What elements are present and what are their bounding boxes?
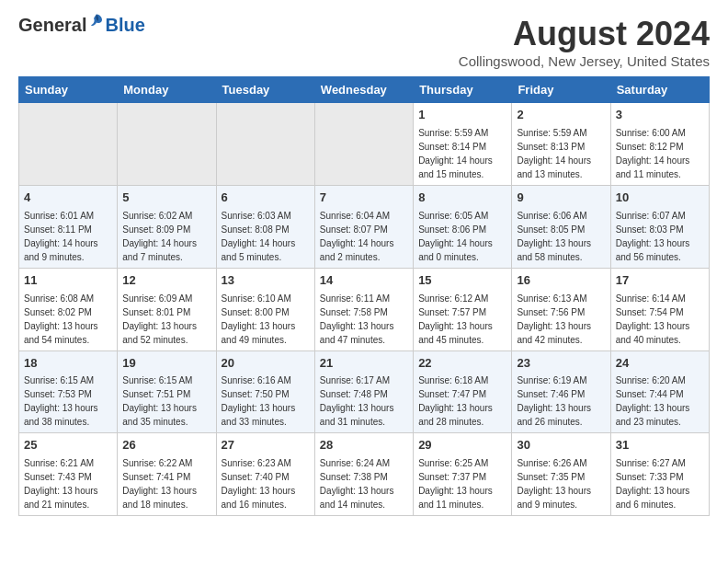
calendar-cell-w1-d2 — [118, 103, 216, 186]
weekday-thursday: Thursday — [414, 77, 512, 103]
day-number-19: 19 — [122, 355, 210, 373]
calendar-cell-w4-d2: 19Sunrise: 6:15 AM Sunset: 7:51 PM Dayli… — [118, 350, 216, 433]
day-number-25: 25 — [24, 437, 112, 454]
logo-blue-text: Blue — [105, 15, 144, 36]
weekday-monday: Monday — [118, 77, 216, 103]
calendar-cell-w3-d7: 17Sunrise: 6:14 AM Sunset: 7:54 PM Dayli… — [610, 268, 709, 350]
location-subtitle: Collingswood, New Jersey, United States — [459, 53, 710, 69]
day-number-9: 9 — [517, 190, 605, 207]
day-number-23: 23 — [517, 355, 605, 373]
day-number-10: 10 — [616, 190, 704, 207]
day-info-5: Sunrise: 6:02 AM Sunset: 8:09 PM Dayligh… — [122, 209, 210, 264]
day-info-22: Sunrise: 6:18 AM Sunset: 7:47 PM Dayligh… — [418, 373, 506, 429]
day-info-11: Sunrise: 6:08 AM Sunset: 8:02 PM Dayligh… — [24, 292, 112, 347]
day-info-6: Sunrise: 6:03 AM Sunset: 8:08 PM Dayligh… — [222, 209, 310, 264]
day-number-30: 30 — [517, 437, 605, 454]
calendar-cell-w1-d3 — [216, 103, 314, 186]
weekday-wednesday: Wednesday — [314, 77, 413, 103]
calendar-cell-w2-d1: 4Sunrise: 6:01 AM Sunset: 8:11 PM Daylig… — [19, 185, 118, 268]
day-number-21: 21 — [320, 355, 408, 373]
day-info-30: Sunrise: 6:26 AM Sunset: 7:35 PM Dayligh… — [517, 456, 605, 511]
month-title: August 2024 — [459, 15, 710, 53]
day-info-26: Sunrise: 6:22 AM Sunset: 7:41 PM Dayligh… — [122, 456, 210, 511]
calendar-cell-w4-d5: 22Sunrise: 6:18 AM Sunset: 7:47 PM Dayli… — [414, 350, 512, 433]
calendar-cell-w3-d3: 13Sunrise: 6:10 AM Sunset: 8:00 PM Dayli… — [216, 268, 314, 350]
week-row-3: 11Sunrise: 6:08 AM Sunset: 8:02 PM Dayli… — [19, 268, 710, 350]
day-info-4: Sunrise: 6:01 AM Sunset: 8:11 PM Dayligh… — [24, 209, 112, 264]
weekday-tuesday: Tuesday — [216, 77, 314, 103]
day-number-13: 13 — [222, 272, 310, 290]
day-number-27: 27 — [222, 437, 310, 454]
day-number-31: 31 — [616, 437, 704, 454]
calendar-cell-w5-d4: 28Sunrise: 6:24 AM Sunset: 7:38 PM Dayli… — [314, 433, 413, 516]
day-number-26: 26 — [122, 437, 210, 454]
day-info-18: Sunrise: 6:15 AM Sunset: 7:53 PM Dayligh… — [24, 373, 112, 429]
calendar-cell-w1-d5: 1Sunrise: 5:59 AM Sunset: 8:14 PM Daylig… — [414, 103, 512, 186]
day-number-24: 24 — [616, 355, 704, 373]
day-number-16: 16 — [517, 272, 605, 290]
day-number-29: 29 — [418, 437, 506, 454]
week-row-4: 18Sunrise: 6:15 AM Sunset: 7:53 PM Dayli… — [19, 350, 710, 433]
day-info-29: Sunrise: 6:25 AM Sunset: 7:37 PM Dayligh… — [418, 456, 506, 511]
day-number-7: 7 — [320, 190, 408, 207]
calendar-cell-w5-d7: 31Sunrise: 6:27 AM Sunset: 7:33 PM Dayli… — [610, 433, 709, 516]
day-info-12: Sunrise: 6:09 AM Sunset: 8:01 PM Dayligh… — [122, 292, 210, 347]
calendar-cell-w3-d5: 15Sunrise: 6:12 AM Sunset: 7:57 PM Dayli… — [414, 268, 512, 350]
day-info-31: Sunrise: 6:27 AM Sunset: 7:33 PM Dayligh… — [616, 456, 704, 511]
calendar-cell-w4-d1: 18Sunrise: 6:15 AM Sunset: 7:53 PM Dayli… — [19, 350, 118, 433]
day-info-8: Sunrise: 6:05 AM Sunset: 8:06 PM Dayligh… — [418, 209, 506, 264]
day-info-9: Sunrise: 6:06 AM Sunset: 8:05 PM Dayligh… — [517, 209, 605, 264]
day-number-5: 5 — [122, 190, 210, 207]
day-info-21: Sunrise: 6:17 AM Sunset: 7:48 PM Dayligh… — [320, 373, 408, 429]
day-number-20: 20 — [222, 355, 310, 373]
day-info-25: Sunrise: 6:21 AM Sunset: 7:43 PM Dayligh… — [24, 456, 112, 511]
day-number-18: 18 — [24, 355, 112, 373]
calendar-cell-w2-d2: 5Sunrise: 6:02 AM Sunset: 8:09 PM Daylig… — [118, 185, 216, 268]
logo: General Blue — [18, 15, 145, 36]
calendar-cell-w3-d1: 11Sunrise: 6:08 AM Sunset: 8:02 PM Dayli… — [19, 268, 118, 350]
day-number-12: 12 — [122, 272, 210, 290]
week-row-5: 25Sunrise: 6:21 AM Sunset: 7:43 PM Dayli… — [19, 433, 710, 516]
logo-bird-icon — [88, 13, 105, 29]
day-number-3: 3 — [616, 107, 704, 124]
weekday-saturday: Saturday — [610, 77, 709, 103]
calendar-cell-w5-d1: 25Sunrise: 6:21 AM Sunset: 7:43 PM Dayli… — [19, 433, 118, 516]
day-number-15: 15 — [418, 272, 506, 290]
day-info-7: Sunrise: 6:04 AM Sunset: 8:07 PM Dayligh… — [320, 209, 408, 264]
calendar-cell-w1-d4 — [314, 103, 413, 186]
day-info-23: Sunrise: 6:19 AM Sunset: 7:46 PM Dayligh… — [517, 373, 605, 429]
day-info-1: Sunrise: 5:59 AM Sunset: 8:14 PM Dayligh… — [418, 126, 506, 181]
calendar-cell-w5-d3: 27Sunrise: 6:23 AM Sunset: 7:40 PM Dayli… — [216, 433, 314, 516]
calendar-cell-w4-d7: 24Sunrise: 6:20 AM Sunset: 7:44 PM Dayli… — [610, 350, 709, 433]
header: General Blue August 2024 Collingswood, N… — [18, 15, 710, 69]
day-info-3: Sunrise: 6:00 AM Sunset: 8:12 PM Dayligh… — [616, 126, 704, 181]
day-number-17: 17 — [616, 272, 704, 290]
calendar-cell-w4-d4: 21Sunrise: 6:17 AM Sunset: 7:48 PM Dayli… — [314, 350, 413, 433]
title-area: August 2024 Collingswood, New Jersey, Un… — [459, 15, 710, 69]
day-info-13: Sunrise: 6:10 AM Sunset: 8:00 PM Dayligh… — [222, 292, 310, 347]
calendar-cell-w5-d5: 29Sunrise: 6:25 AM Sunset: 7:37 PM Dayli… — [414, 433, 512, 516]
weekday-sunday: Sunday — [19, 77, 118, 103]
day-number-28: 28 — [320, 437, 408, 454]
day-info-27: Sunrise: 6:23 AM Sunset: 7:40 PM Dayligh… — [222, 456, 310, 511]
week-row-1: 1Sunrise: 5:59 AM Sunset: 8:14 PM Daylig… — [19, 103, 710, 186]
calendar-cell-w2-d5: 8Sunrise: 6:05 AM Sunset: 8:06 PM Daylig… — [414, 185, 512, 268]
calendar-cell-w3-d4: 14Sunrise: 6:11 AM Sunset: 7:58 PM Dayli… — [314, 268, 413, 350]
weekday-header-row: SundayMondayTuesdayWednesdayThursdayFrid… — [19, 77, 710, 103]
calendar-table: SundayMondayTuesdayWednesdayThursdayFrid… — [18, 76, 710, 516]
calendar-cell-w2-d7: 10Sunrise: 6:07 AM Sunset: 8:03 PM Dayli… — [610, 185, 709, 268]
day-info-14: Sunrise: 6:11 AM Sunset: 7:58 PM Dayligh… — [320, 292, 408, 347]
day-info-16: Sunrise: 6:13 AM Sunset: 7:56 PM Dayligh… — [517, 292, 605, 347]
day-info-15: Sunrise: 6:12 AM Sunset: 7:57 PM Dayligh… — [418, 292, 506, 347]
day-info-2: Sunrise: 5:59 AM Sunset: 8:13 PM Dayligh… — [517, 126, 605, 181]
day-number-22: 22 — [418, 355, 506, 373]
calendar-cell-w5-d6: 30Sunrise: 6:26 AM Sunset: 7:35 PM Dayli… — [512, 433, 610, 516]
calendar-cell-w2-d6: 9Sunrise: 6:06 AM Sunset: 8:05 PM Daylig… — [512, 185, 610, 268]
calendar-cell-w3-d6: 16Sunrise: 6:13 AM Sunset: 7:56 PM Dayli… — [512, 268, 610, 350]
day-info-10: Sunrise: 6:07 AM Sunset: 8:03 PM Dayligh… — [616, 209, 704, 264]
day-number-11: 11 — [24, 272, 112, 290]
calendar-cell-w4-d6: 23Sunrise: 6:19 AM Sunset: 7:46 PM Dayli… — [512, 350, 610, 433]
day-info-28: Sunrise: 6:24 AM Sunset: 7:38 PM Dayligh… — [320, 456, 408, 511]
calendar-cell-w1-d6: 2Sunrise: 5:59 AM Sunset: 8:13 PM Daylig… — [512, 103, 610, 186]
calendar-cell-w3-d2: 12Sunrise: 6:09 AM Sunset: 8:01 PM Dayli… — [118, 268, 216, 350]
